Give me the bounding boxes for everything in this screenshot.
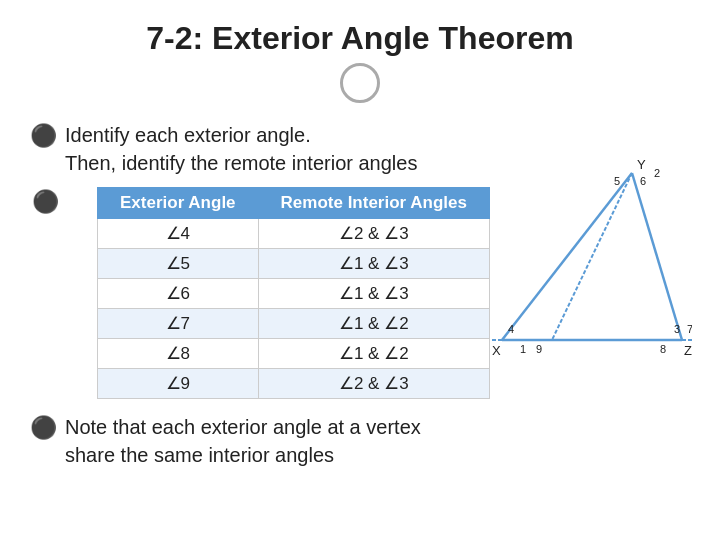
remote-angles-cell: ∠1 & ∠2 (258, 339, 489, 369)
table-row: ∠9∠2 & ∠3 (98, 369, 490, 399)
remote-angles-cell: ∠1 & ∠2 (258, 309, 489, 339)
col2-header: Remote Interior Angles (258, 188, 489, 219)
bullet1-line2: Then, identify the remote interior angle… (65, 152, 417, 174)
svg-line-5 (552, 173, 632, 340)
table-row: ∠4∠2 & ∠3 (98, 219, 490, 249)
table-row: ∠8∠1 & ∠2 (98, 339, 490, 369)
remote-angles-cell: ∠1 & ∠3 (258, 279, 489, 309)
ext-angle-cell: ∠7 (98, 309, 259, 339)
table-wrapper: Exterior Angle Remote Interior Angles ∠4… (97, 187, 490, 399)
title-area: 7-2: Exterior Angle Theorem (30, 20, 690, 103)
label-3: 3 (674, 323, 680, 335)
svg-line-0 (502, 173, 632, 340)
bullet2-line2: share the same interior angles (65, 444, 334, 466)
bullet1-icon: ⚫ (30, 123, 57, 149)
remote-angles-cell: ∠1 & ∠3 (258, 249, 489, 279)
label-5: 5 (614, 175, 620, 187)
slide-title: 7-2: Exterior Angle Theorem (30, 20, 690, 57)
angles-table: Exterior Angle Remote Interior Angles ∠4… (97, 187, 490, 399)
svg-line-1 (632, 173, 682, 340)
bullet1-line1: Identify each exterior angle. (65, 124, 311, 146)
title-divider (340, 63, 380, 103)
ext-angle-cell: ∠5 (98, 249, 259, 279)
table-row: ∠6∠1 & ∠3 (98, 279, 490, 309)
label-X: X (492, 343, 501, 358)
ext-angle-cell: ∠6 (98, 279, 259, 309)
bullet2-icon: ⚫ (30, 415, 57, 441)
bullet2-section: ⚫ Note that each exterior angle at a ver… (30, 413, 690, 469)
content-row: ⚫ Exterior Angle Remote Interior Angles … (30, 187, 690, 399)
remote-angles-cell: ∠2 & ∠3 (258, 219, 489, 249)
label-6: 6 (640, 175, 646, 187)
remote-angles-cell: ∠2 & ∠3 (258, 369, 489, 399)
label-Y: Y (637, 157, 646, 172)
table-row: ∠7∠1 & ∠2 (98, 309, 490, 339)
bullet1-text: Identify each exterior angle. Then, iden… (65, 121, 417, 177)
label-4: 4 (508, 323, 514, 335)
label-Z: Z (684, 343, 692, 358)
label-2-top: 2 (654, 167, 660, 179)
col1-header: Exterior Angle (98, 188, 259, 219)
diagram-area: Y 5 6 2 X 4 1 9 Z 8 3 7 (492, 155, 692, 375)
bullet2-line1: Note that each exterior angle at a verte… (65, 416, 421, 438)
table-bullet-icon: ⚫ (32, 189, 59, 215)
table-row: ∠5∠1 & ∠3 (98, 249, 490, 279)
label-8: 8 (660, 343, 666, 355)
ext-angle-cell: ∠9 (98, 369, 259, 399)
ext-angle-cell: ∠4 (98, 219, 259, 249)
label-9: 9 (536, 343, 542, 355)
ext-angle-cell: ∠8 (98, 339, 259, 369)
label-7: 7 (687, 323, 692, 335)
label-1: 1 (520, 343, 526, 355)
triangle-diagram: Y 5 6 2 X 4 1 9 Z 8 3 7 (492, 155, 692, 375)
slide: 7-2: Exterior Angle Theorem ⚫ Identify e… (0, 0, 720, 540)
bullet2-text: Note that each exterior angle at a verte… (65, 413, 421, 469)
